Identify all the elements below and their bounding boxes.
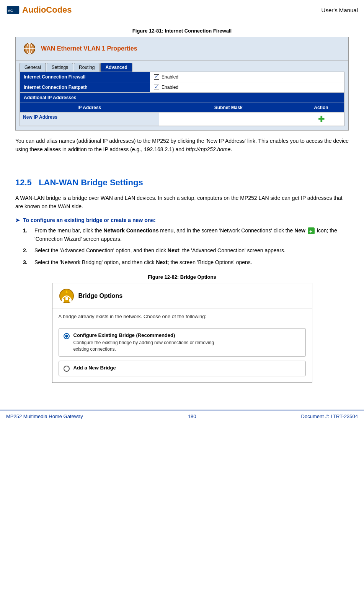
fig82-header: Bridge Options bbox=[52, 283, 312, 309]
bridge-icon bbox=[59, 288, 75, 304]
section-12-5-heading: 12.5 LAN-WAN Bridge Settings bbox=[15, 178, 349, 188]
option-configure-content: Configure Existing Bridge (Recommended) … bbox=[73, 332, 214, 353]
radio-add-new[interactable] bbox=[64, 366, 70, 372]
tab-routing[interactable]: Routing bbox=[74, 63, 100, 72]
section-intro: A WAN-LAN bridge is a bridge over WAN an… bbox=[15, 194, 349, 211]
new-ip-field bbox=[159, 113, 299, 126]
option-add-title: Add a New Bridge bbox=[73, 365, 116, 371]
firewall-row: Internet Connection Firewall Enabled bbox=[20, 72, 344, 82]
page-header: AC AudioCodes User's Manual bbox=[0, 0, 364, 20]
body-paragraph-1: You can add alias names (additional IP a… bbox=[15, 137, 349, 154]
steps-container: 1. From the menu bar, click the Network … bbox=[23, 226, 349, 267]
ui-table-area: Internet Connection Firewall Enabled Int… bbox=[20, 72, 344, 126]
new-ip-row: New IP Address ✚ bbox=[20, 113, 344, 126]
fig82-title-text: Bridge Options bbox=[78, 293, 123, 299]
tab-settings[interactable]: Settings bbox=[47, 63, 73, 72]
page-footer: MP252 Multimedia Home Gateway 180 Docume… bbox=[0, 410, 364, 422]
step-3-num: 3. bbox=[23, 258, 31, 266]
section-number-text: 12.5 bbox=[15, 178, 39, 187]
fastpath-value: Enabled bbox=[150, 82, 182, 92]
section-title-text: LAN-WAN Bridge Settings bbox=[39, 178, 143, 187]
col-subnet-mask: Subnet Mask bbox=[159, 103, 299, 112]
arrow-symbol: ➤ bbox=[15, 217, 20, 223]
figure-82-box: Bridge Options A bridge already exists i… bbox=[52, 283, 312, 383]
option-add-row: Add a New Bridge bbox=[64, 365, 301, 372]
svg-rect-8 bbox=[69, 299, 72, 302]
audiocodes-logo-icon: AC bbox=[6, 3, 20, 17]
option-add-content: Add a New Bridge bbox=[73, 365, 116, 372]
option-configure-title: Configure Existing Bridge (Recommended) bbox=[73, 332, 214, 338]
configure-arrow-item: ➤ To configure an existing bridge or cre… bbox=[15, 217, 349, 223]
new-ip-action[interactable]: ✚ bbox=[298, 113, 344, 126]
fastpath-checkbox[interactable] bbox=[154, 85, 159, 90]
new-ip-label[interactable]: New IP Address bbox=[20, 113, 159, 126]
step-3: 3. Select the 'Network Bridging' option,… bbox=[23, 258, 349, 266]
option-add-new-bridge[interactable]: Add a New Bridge bbox=[59, 361, 306, 376]
wan-icon bbox=[22, 41, 37, 56]
col-action: Action bbox=[298, 103, 344, 112]
manual-title: User's Manual bbox=[322, 7, 358, 13]
step-3-text: Select the 'Network Bridging' option, an… bbox=[34, 258, 252, 266]
main-content: Figure 12-81: Internet Connection Firewa… bbox=[0, 20, 364, 398]
tab-advanced[interactable]: Advanced bbox=[100, 63, 132, 72]
wan-properties-header: WAN Ethernet VLAN 1 Properties bbox=[16, 37, 348, 60]
svg-text:AC: AC bbox=[8, 9, 13, 13]
logo-audio: Audio bbox=[22, 5, 46, 15]
logo-codes: Codes bbox=[46, 5, 72, 15]
step-2: 2. Select the 'Advanced Connection' opti… bbox=[23, 246, 349, 255]
configure-label: To configure an existing bridge or creat… bbox=[23, 217, 156, 223]
step-1: 1. From the menu bar, click the Network … bbox=[23, 226, 349, 243]
new-icon bbox=[308, 227, 315, 234]
logo-area: AC AudioCodes bbox=[6, 3, 72, 17]
step-2-text: Select the 'Advanced Connection' option,… bbox=[34, 246, 286, 255]
option-configure-existing[interactable]: Configure Existing Bridge (Recommended) … bbox=[59, 328, 306, 357]
add-ip-icon[interactable]: ✚ bbox=[318, 115, 325, 123]
firewall-value: Enabled bbox=[150, 72, 182, 82]
ip-table-header: IP Address Subnet Mask Action bbox=[20, 103, 344, 113]
figure-82-label: Figure 12-82: Bridge Options bbox=[15, 274, 349, 280]
radio-configure-existing[interactable] bbox=[64, 333, 70, 339]
step-2-num: 2. bbox=[23, 246, 31, 255]
step-1-text: From the menu bar, click the Network Con… bbox=[34, 226, 349, 243]
logo-text: AudioCodes bbox=[22, 5, 72, 15]
firewall-checkbox[interactable] bbox=[154, 74, 159, 80]
step-1-num: 1. bbox=[23, 226, 31, 243]
wan-properties-box: WAN Ethernet VLAN 1 Properties General S… bbox=[15, 37, 349, 131]
fastpath-row: Internet Connection Fastpath Enabled bbox=[20, 82, 344, 93]
tab-general[interactable]: General bbox=[20, 63, 46, 72]
footer-left: MP252 Multimedia Home Gateway bbox=[6, 413, 83, 419]
svg-rect-7 bbox=[62, 299, 64, 302]
additional-ip-header: Additional IP Addresses bbox=[20, 93, 344, 103]
col-ip-address: IP Address bbox=[20, 103, 159, 112]
option-configure-row: Configure Existing Bridge (Recommended) … bbox=[64, 332, 301, 353]
footer-right: Document #: LTRT-23504 bbox=[301, 413, 358, 419]
firewall-label: Internet Connection Firewall bbox=[20, 72, 150, 82]
fastpath-label: Internet Connection Fastpath bbox=[20, 82, 150, 92]
option-configure-desc: Configure the existing bridge by adding … bbox=[73, 340, 214, 353]
figure-81-label: Figure 12-81: Internet Connection Firewa… bbox=[15, 28, 349, 34]
firewall-enabled-text: Enabled bbox=[162, 74, 178, 80]
tab-bar: General Settings Routing Advanced bbox=[16, 60, 348, 72]
fig82-subtitle: A bridge already exists in the network. … bbox=[52, 309, 312, 324]
svg-rect-9 bbox=[65, 297, 68, 300]
footer-center: 180 bbox=[188, 413, 196, 419]
wan-properties-title: WAN Ethernet VLAN 1 Properties bbox=[41, 45, 137, 52]
fastpath-enabled-text: Enabled bbox=[162, 85, 178, 90]
